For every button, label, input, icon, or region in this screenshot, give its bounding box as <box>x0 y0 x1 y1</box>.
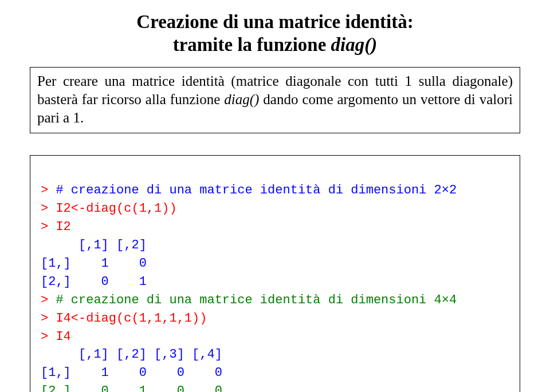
title-line-2: tramite la funzione diag() <box>30 33 520 56</box>
explanation-italic: diag() <box>224 92 259 107</box>
explanation-box: Per creare una matrice identità (matrice… <box>30 67 520 133</box>
code-prompt: > <box>41 201 56 216</box>
code-line: I4 <box>56 330 70 344</box>
code-output: [1,] 1 0 0 0 <box>41 366 222 380</box>
code-prompt: > <box>41 293 56 307</box>
code-line: I2 <box>56 220 70 234</box>
code-line: I4<-diag(c(1,1,1,1)) <box>56 311 207 326</box>
title-line-2-italic: diag() <box>331 34 378 55</box>
page: Creazione di una matrice identità: trami… <box>0 0 550 392</box>
code-line: I2<-diag(c(1,1)) <box>56 201 176 216</box>
code-comment: # creazione di una matrice identità di d… <box>56 183 457 197</box>
code-comment: # creazione di una matrice identità di d… <box>56 293 457 307</box>
code-output: [,1] [,2] <box>41 238 147 252</box>
code-prompt: > <box>41 220 56 234</box>
code-prompt: > <box>41 311 56 326</box>
page-title: Creazione di una matrice identità: trami… <box>30 10 520 57</box>
code-output: [1,] 1 0 <box>41 256 147 271</box>
code-output: [2,] 0 1 <box>41 275 147 289</box>
title-line-2-text: tramite la funzione <box>173 34 331 55</box>
code-box: > # creazione di una matrice identità di… <box>30 155 520 393</box>
title-line-1: Creazione di una matrice identità: <box>30 10 520 33</box>
code-prompt: > <box>41 183 56 197</box>
code-prompt: > <box>41 330 56 344</box>
code-output: [2,] 0 1 0 0 <box>41 384 222 392</box>
code-output: [,1] [,2] [,3] [,4] <box>41 347 222 362</box>
